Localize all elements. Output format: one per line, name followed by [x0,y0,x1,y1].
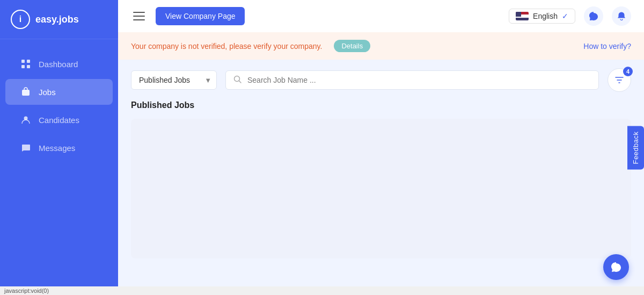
sidebar-nav: Dashboard Jobs Candidates Messages [0,50,118,162]
header-left: View Company Page [131,7,245,25]
banner-left: Your company is not verified, please ver… [131,40,370,52]
flag-icon [516,12,529,20]
search-wrapper [225,70,599,90]
jobs-section: Published Jobs [118,100,644,267]
job-type-select-wrapper: Published Jobs ▼ [131,70,217,90]
page-content: Your company is not verified, please ver… [118,32,644,295]
filter-button[interactable]: 4 [608,68,631,92]
messages-icon [20,142,31,153]
hamburger-menu[interactable] [131,10,147,23]
search-icon [233,75,242,85]
feedback-label[interactable]: Feedback [627,126,644,169]
sidebar-item-jobs[interactable]: Jobs [5,79,113,105]
sidebar-item-messages-label: Messages [39,143,75,153]
sidebar-item-messages[interactable]: Messages [5,135,113,161]
sidebar-logo: i easy.jobs [0,0,118,39]
sidebar: i easy.jobs Dashboard Jobs Candidates [0,0,118,295]
sidebar-item-candidates-label: Candidates [39,116,79,125]
candidates-icon [20,114,31,125]
sidebar-item-candidates[interactable]: Candidates [5,107,113,133]
chat-button[interactable] [603,254,629,280]
svg-rect-3 [27,65,30,68]
svg-rect-2 [21,65,25,68]
jobs-section-title: Published Jobs [131,100,631,110]
statusbar-text: javascript:void(0) [4,287,49,294]
top-header: View Company Page English ✓ [118,0,644,32]
dashboard-icon [20,59,31,69]
svg-rect-4 [22,90,30,96]
svg-rect-0 [21,60,25,63]
sidebar-item-jobs-label: Jobs [39,88,56,97]
chat-icon-button[interactable] [584,6,603,26]
hamburger-line-3 [133,19,145,20]
hamburger-line-2 [133,16,145,17]
jobs-icon [20,87,31,97]
filter-badge: 4 [623,67,633,76]
view-company-button[interactable]: View Company Page [156,7,245,25]
details-button[interactable]: Details [334,40,370,52]
sidebar-item-dashboard-label: Dashboard [39,60,78,69]
logo-text: easy.jobs [35,14,79,25]
feedback-tab[interactable]: Feedback [627,126,644,169]
search-input[interactable] [247,71,591,89]
language-label: English [533,12,558,20]
banner-message: Your company is not verified, please ver… [131,42,322,51]
jobs-empty-area [131,119,631,258]
filter-bar: Published Jobs ▼ 4 [118,60,644,100]
statusbar: javascript:void(0) [0,286,644,295]
language-check-icon: ✓ [562,12,568,20]
logo-icon: i [11,10,30,29]
job-type-select[interactable]: Published Jobs [131,70,217,90]
language-selector[interactable]: English ✓ [509,9,575,24]
main-content: View Company Page English ✓ Your company… [118,0,644,295]
hamburger-line-1 [133,12,145,13]
sidebar-item-dashboard[interactable]: Dashboard [5,51,113,77]
how-to-verify-link[interactable]: How to verify? [583,42,631,51]
verification-banner: Your company is not verified, please ver… [118,32,644,60]
notifications-button[interactable] [612,6,631,26]
svg-rect-1 [27,60,30,63]
header-right: English ✓ [509,6,631,26]
